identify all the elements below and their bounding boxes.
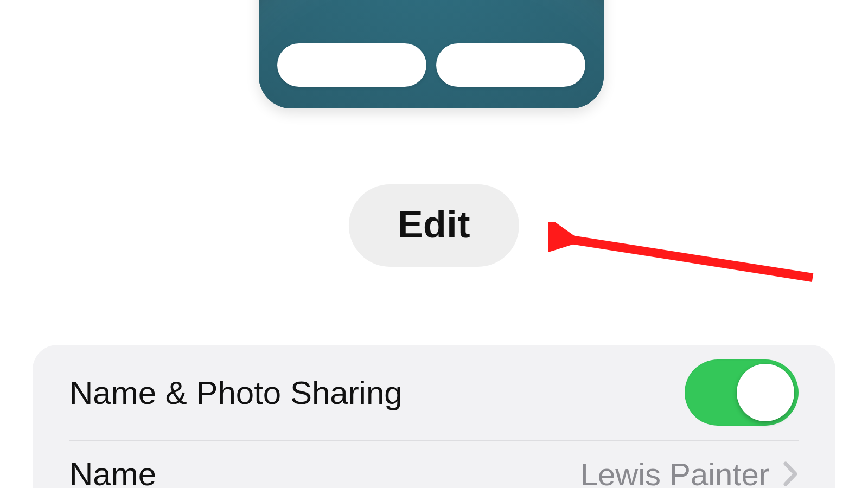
poster-first-name-pill: [277, 43, 426, 87]
name-photo-sharing-toggle[interactable]: [685, 359, 799, 426]
name-row[interactable]: Name Lewis Painter: [69, 441, 799, 488]
poster-name-pills: [277, 43, 585, 87]
chevron-right-icon: [782, 460, 799, 487]
name-photo-sharing-label: Name & Photo Sharing: [69, 374, 403, 412]
edit-button[interactable]: Edit: [349, 184, 519, 267]
svg-line-0: [564, 239, 813, 278]
toggle-knob: [737, 364, 794, 421]
name-row-value-wrap: Lewis Painter: [580, 456, 799, 489]
poster-last-name-pill: [436, 43, 585, 87]
name-row-label: Name: [69, 455, 156, 489]
name-photo-sharing-row[interactable]: Name & Photo Sharing: [69, 345, 799, 441]
contact-poster-card[interactable]: [259, 0, 604, 108]
settings-group: Name & Photo Sharing Name Lewis Painter: [33, 345, 835, 488]
name-row-value: Lewis Painter: [580, 456, 769, 489]
annotation-arrow-icon: [548, 222, 819, 287]
